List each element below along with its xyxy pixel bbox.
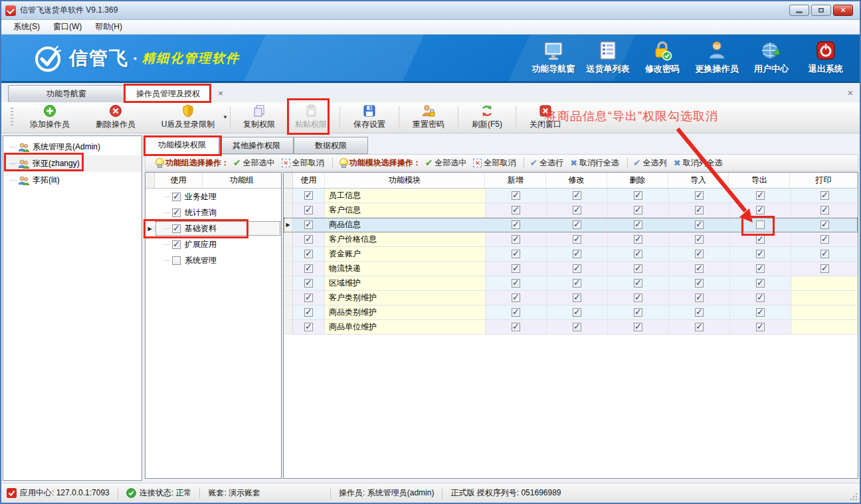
- module-perm-checkbox[interactable]: [756, 235, 765, 244]
- module-perm-checkbox[interactable]: [634, 264, 642, 273]
- group-use-checkbox[interactable]: [172, 256, 181, 265]
- module-row[interactable]: ▶商品信息: [284, 218, 858, 232]
- module-perm-checkbox[interactable]: [573, 235, 581, 244]
- module-perm-checkbox[interactable]: [512, 250, 520, 258]
- module-perm-checkbox[interactable]: [756, 294, 765, 302]
- module-perm-checkbox[interactable]: [634, 308, 642, 317]
- module-use-checkbox[interactable]: [304, 191, 313, 200]
- module-use-checkbox[interactable]: [304, 220, 313, 229]
- tree-item-operator[interactable]: 李拓(lit): [3, 172, 142, 189]
- module-row[interactable]: 商品单位维护: [284, 320, 858, 335]
- toolbar-button-save-settings[interactable]: 保存设置: [343, 102, 396, 133]
- module-perm-checkbox[interactable]: [512, 323, 520, 331]
- module-perm-checkbox[interactable]: [573, 206, 581, 214]
- module-row[interactable]: 区域维护: [284, 276, 858, 291]
- module-use-checkbox[interactable]: [304, 308, 313, 317]
- group-row[interactable]: 扩展应用: [145, 236, 281, 252]
- tab-function-navigator[interactable]: 功能导航窗: [8, 85, 125, 102]
- module-perm-checkbox[interactable]: [756, 323, 765, 331]
- menu-window[interactable]: 窗口(W): [47, 20, 88, 34]
- module-perm-checkbox[interactable]: [634, 294, 642, 302]
- module-perm-checkbox[interactable]: [634, 323, 642, 331]
- group-row[interactable]: 业务处理: [145, 189, 281, 205]
- module-perm-checkbox[interactable]: [512, 206, 520, 214]
- module-perm-checkbox[interactable]: [820, 235, 829, 244]
- module-perm-checkbox[interactable]: [695, 220, 704, 229]
- group-row[interactable]: 系统管理: [145, 252, 281, 268]
- module-perm-checkbox[interactable]: [634, 220, 642, 229]
- toolbar-button-close-window[interactable]: 关闭窗口: [519, 102, 572, 133]
- select-action[interactable]: ✔全选列: [633, 157, 667, 169]
- tree-item-operator[interactable]: 张亚(zhangy): [3, 155, 142, 172]
- group-row[interactable]: 统计查询: [145, 205, 281, 220]
- module-perm-checkbox[interactable]: [512, 294, 520, 302]
- select-action[interactable]: ✔全部选中: [425, 157, 467, 169]
- banner-action-power-exit[interactable]: 退出系统: [799, 40, 853, 78]
- toolbar-button-refresh[interactable]: 刷新(F5): [461, 102, 513, 133]
- module-perm-checkbox[interactable]: [512, 235, 520, 244]
- minimize-button[interactable]: [789, 5, 809, 16]
- module-perm-checkbox[interactable]: [756, 250, 765, 258]
- group-use-checkbox[interactable]: [172, 240, 181, 249]
- module-perm-checkbox[interactable]: [695, 264, 704, 273]
- module-use-checkbox[interactable]: [304, 206, 313, 214]
- module-perm-checkbox[interactable]: [756, 220, 765, 229]
- module-perm-checkbox[interactable]: [573, 323, 581, 331]
- module-perm-checkbox[interactable]: [634, 206, 642, 214]
- module-row[interactable]: 客户价格信息: [284, 232, 858, 247]
- chevron-down-icon[interactable]: ▼: [223, 114, 228, 120]
- module-perm-checkbox[interactable]: [634, 191, 642, 200]
- module-perm-checkbox[interactable]: [695, 206, 704, 214]
- module-perm-checkbox[interactable]: [634, 279, 642, 288]
- group-use-checkbox[interactable]: [172, 224, 181, 233]
- module-perm-checkbox[interactable]: [512, 191, 520, 200]
- module-perm-checkbox[interactable]: [512, 220, 520, 229]
- module-perm-checkbox[interactable]: [820, 220, 829, 229]
- toolbar-button-copy-permission[interactable]: 复制权限: [233, 102, 285, 133]
- module-perm-checkbox[interactable]: [573, 279, 581, 288]
- perm-tab-1[interactable]: 其他操作权限: [219, 137, 294, 154]
- module-row[interactable]: 商品类别维护: [284, 305, 858, 320]
- tab-close-icon[interactable]: ×: [215, 88, 226, 98]
- close-button[interactable]: ✕: [833, 5, 853, 16]
- module-perm-checkbox[interactable]: [756, 264, 765, 273]
- module-perm-checkbox[interactable]: [695, 279, 704, 288]
- banner-action-user-center-globe[interactable]: 用户中心: [744, 40, 799, 78]
- module-perm-checkbox[interactable]: [573, 191, 581, 200]
- tree-item-operator[interactable]: 系统管理员(Admin): [3, 139, 142, 155]
- module-row[interactable]: 资金账户: [284, 247, 858, 262]
- banner-action-delivery-list[interactable]: 送货单列表: [581, 40, 635, 78]
- module-row[interactable]: 客户信息: [284, 203, 858, 218]
- module-perm-checkbox[interactable]: [820, 264, 829, 273]
- select-action[interactable]: ✖取消列全选: [674, 157, 723, 169]
- banner-action-switch-user[interactable]: 更换操作员: [690, 40, 744, 78]
- banner-action-password-lock[interactable]: 修改密码: [635, 40, 690, 78]
- module-perm-checkbox[interactable]: [695, 323, 704, 331]
- menu-help[interactable]: 帮助(H): [88, 20, 129, 34]
- module-perm-checkbox[interactable]: [634, 250, 642, 258]
- toolbar-button-shield[interactable]: U盾及登录限制▼: [149, 102, 227, 133]
- toolbar-button-add-operator[interactable]: 添加操作员: [17, 102, 82, 133]
- toolbar-button-reset-password[interactable]: 重置密码: [402, 102, 455, 133]
- module-row[interactable]: 客户类别维护: [284, 291, 858, 305]
- tab-operator-management[interactable]: 操作员管理及授权: [125, 84, 211, 102]
- module-use-checkbox[interactable]: [304, 235, 313, 244]
- module-perm-checkbox[interactable]: [695, 294, 704, 302]
- module-perm-checkbox[interactable]: [695, 235, 704, 244]
- group-row[interactable]: ▶基础资料: [145, 220, 281, 236]
- module-row[interactable]: 员工信息: [284, 189, 858, 203]
- module-perm-checkbox[interactable]: [512, 279, 520, 288]
- perm-tab-2[interactable]: 数据权限: [294, 137, 368, 154]
- select-action[interactable]: ✕全部取消: [473, 157, 516, 169]
- menu-system[interactable]: 系统(S): [7, 20, 47, 34]
- select-action[interactable]: ✔全选行: [529, 157, 563, 169]
- module-row[interactable]: 物流快递: [284, 262, 858, 276]
- module-perm-checkbox[interactable]: [512, 308, 520, 317]
- select-action[interactable]: ✔全部选中: [233, 157, 275, 169]
- restore-button[interactable]: [811, 5, 831, 16]
- banner-action-monitor[interactable]: 功能导航窗: [526, 40, 581, 78]
- select-action[interactable]: ✖取消行全选: [570, 157, 619, 169]
- module-perm-checkbox[interactable]: [573, 220, 581, 229]
- module-perm-checkbox[interactable]: [695, 191, 704, 200]
- module-perm-checkbox[interactable]: [820, 191, 829, 200]
